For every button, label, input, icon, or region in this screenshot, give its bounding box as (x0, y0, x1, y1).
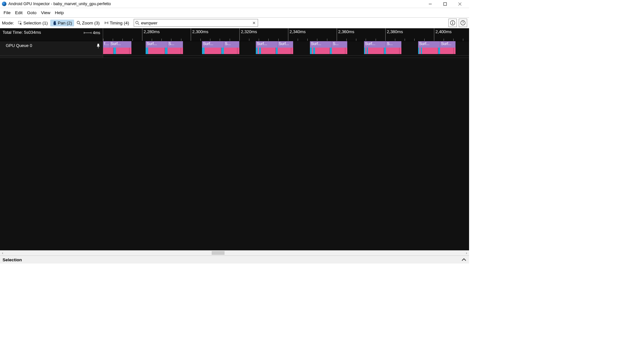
slice-segment[interactable]: Surf... (364, 41, 386, 48)
help-button[interactable]: ? (459, 19, 467, 27)
slice-segment[interactable]: Surf... (256, 41, 278, 48)
hand-icon (52, 21, 57, 25)
chevron-up-icon[interactable] (461, 257, 466, 262)
mode-pan[interactable]: Pan (2) (50, 20, 74, 26)
scroll-track[interactable] (5, 250, 464, 255)
scroll-right-icon[interactable]: › (464, 251, 469, 255)
window-title: Android GPU Inspector - baby_marvel_unit… (8, 2, 423, 6)
ruler-tick: 2,280ms (142, 28, 142, 41)
search-input[interactable] (141, 21, 251, 25)
slice-sub-segment[interactable] (224, 48, 237, 54)
slice-sub-segment[interactable] (181, 48, 183, 54)
menu-view[interactable]: View (39, 9, 53, 16)
menu-edit[interactable]: Edit (13, 9, 25, 16)
slice-sub-segment[interactable] (221, 48, 224, 54)
slice-sub-segment[interactable] (386, 48, 399, 54)
window-controls (423, 0, 467, 8)
track-label[interactable]: GPU Queue 0 (0, 41, 103, 55)
svg-point-5 (77, 21, 80, 24)
total-time-label: Total Time: 5s034ms (3, 30, 41, 35)
ruler-info: Total Time: 5s034ms 4ms (0, 28, 103, 41)
slice-sub-segment[interactable] (278, 48, 291, 54)
slice-sub-segment[interactable] (399, 48, 401, 54)
track-content[interactable]: f...Surf...Surf...S...Surf...S...Surf...… (103, 41, 469, 55)
slice-sub-segment[interactable] (440, 48, 454, 54)
track-spacer (0, 56, 469, 58)
menu-file[interactable]: File (1, 9, 13, 16)
slice-segment[interactable]: Surf... (146, 41, 168, 48)
ruler-ticks[interactable]: 2,280ms2,300ms2,320ms2,340ms2,360ms2,380… (103, 28, 469, 41)
clear-search-icon[interactable]: ✕ (251, 21, 258, 25)
menu-goto[interactable]: Goto (25, 9, 39, 16)
slice-sub-segment[interactable] (368, 48, 384, 54)
slice-segment[interactable]: S... (332, 41, 347, 48)
pin-icon[interactable] (96, 44, 100, 49)
slice-sub-segment[interactable] (422, 48, 438, 54)
slice-group[interactable]: f...Surf... (103, 41, 131, 54)
slice-sub-segment[interactable] (148, 48, 165, 54)
slice-sub-segment[interactable] (261, 48, 276, 54)
mode-zoom[interactable]: Zoom (3) (75, 20, 102, 26)
slice-sub-segment[interactable] (237, 48, 239, 54)
slice-segment[interactable]: Surf... (278, 41, 293, 48)
timeline-ruler[interactable]: Total Time: 5s034ms 4ms 2,280ms2,300ms2,… (0, 28, 469, 41)
selection-title: Selection (3, 257, 22, 262)
selection-panel-header[interactable]: Selection (0, 255, 469, 264)
titlebar[interactable]: Android GPU Inspector - baby_marvel_unit… (0, 0, 469, 8)
timing-icon (104, 21, 109, 25)
ruler-tick: 2,320ms (239, 28, 240, 41)
track-area[interactable]: GPU Queue 0 f...Surf...Surf...S...Surf..… (0, 41, 469, 250)
slice-sub-segment[interactable] (168, 48, 181, 54)
slice-segment[interactable]: S... (168, 41, 183, 48)
ruler-tick: 2,400ms (434, 28, 434, 41)
search-field[interactable]: ✕ (134, 19, 258, 27)
slice-segment[interactable]: S... (224, 41, 239, 48)
horizontal-scrollbar[interactable]: ‹ › (0, 250, 469, 255)
slice-sub-segment[interactable] (113, 48, 116, 54)
search-icon (134, 21, 141, 25)
minimize-button[interactable] (423, 0, 437, 8)
info-button[interactable] (448, 19, 457, 27)
slice-sub-segment[interactable] (454, 48, 456, 54)
svg-rect-1 (444, 3, 447, 5)
close-button[interactable] (452, 0, 467, 8)
svg-line-11 (138, 23, 139, 25)
slice-group[interactable]: Surf...S... (310, 41, 347, 54)
app-icon (2, 2, 6, 6)
slice-sub-segment[interactable] (345, 48, 347, 54)
slice-group[interactable]: Surf...Surf... (256, 41, 293, 54)
mode-timing[interactable]: Timing (4) (102, 20, 131, 26)
slice-sub-segment[interactable] (332, 48, 345, 54)
ruler-tick: 2,360ms (337, 28, 337, 41)
maximize-button[interactable] (437, 0, 452, 8)
scroll-left-icon[interactable]: ‹ (0, 251, 5, 255)
slice-sub-segment[interactable] (146, 48, 148, 54)
slice-sub-segment[interactable] (116, 48, 130, 54)
slice-group[interactable]: Surf...S... (202, 41, 239, 54)
slice-sub-segment[interactable] (105, 48, 113, 54)
slice-segment[interactable]: Surf... (202, 41, 224, 48)
slice-segment[interactable]: Surf... (440, 41, 456, 48)
track-row[interactable]: GPU Queue 0 f...Surf...Surf...S...Surf..… (0, 41, 469, 56)
slice-sub-segment[interactable] (202, 48, 205, 54)
svg-point-10 (136, 21, 138, 24)
slice-group[interactable]: Surf...S... (146, 41, 183, 54)
toolbar: Mode: Selection (1)Pan (2)Zoom (3)Timing… (0, 18, 469, 28)
scroll-thumb[interactable] (212, 251, 225, 255)
ruler-tick: 2,300ms (191, 28, 191, 41)
mode-selection[interactable]: Selection (1) (16, 20, 50, 26)
menubar: FileEditGotoViewHelp (0, 8, 469, 18)
slice-segment[interactable]: S... (386, 41, 401, 48)
slice-segment[interactable]: Surf... (310, 41, 332, 48)
slice-sub-segment[interactable] (130, 48, 131, 54)
slice-group[interactable]: Surf...S... (364, 41, 401, 54)
slice-segment[interactable]: Surf... (418, 41, 440, 48)
menu-help[interactable]: Help (53, 9, 66, 16)
slice-segment[interactable]: f... (103, 41, 110, 48)
slice-group[interactable]: Surf...Surf... (418, 41, 456, 54)
slice-sub-segment[interactable] (205, 48, 221, 54)
slice-sub-segment[interactable] (315, 48, 330, 54)
slice-segment[interactable]: Surf... (110, 41, 131, 48)
slice-sub-segment[interactable] (291, 48, 293, 54)
slice-sub-segment[interactable] (165, 48, 168, 54)
